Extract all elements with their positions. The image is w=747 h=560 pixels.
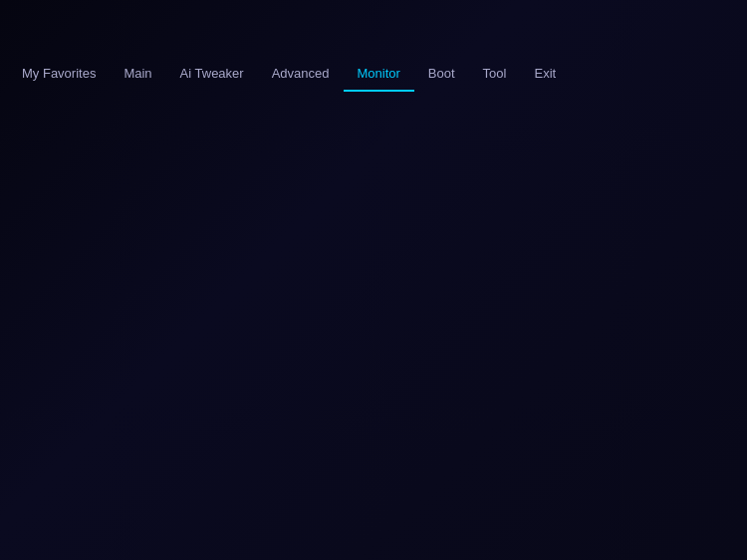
nav-monitor[interactable]: Monitor bbox=[344, 56, 414, 92]
nav-advanced-label: Advanced bbox=[272, 66, 330, 81]
nav-boot[interactable]: Boot bbox=[414, 56, 469, 90]
nav-exit-label: Exit bbox=[534, 66, 556, 81]
nav-monitor-label: Monitor bbox=[358, 66, 400, 81]
nav-favorites-label: My Favorites bbox=[22, 66, 96, 81]
nav-tool-label: Tool bbox=[483, 66, 507, 81]
nav-advanced[interactable]: Advanced bbox=[258, 56, 344, 90]
nav-favorites[interactable]: My Favorites bbox=[8, 56, 110, 90]
nav-boot-label: Boot bbox=[428, 66, 455, 81]
main-container: ⚔ UEFI BIOS Utility – Advanced Mode 01/0… bbox=[0, 0, 747, 560]
nav-main-label: Main bbox=[124, 66, 151, 81]
nav-exit[interactable]: Exit bbox=[520, 56, 570, 90]
nav-main[interactable]: Main bbox=[110, 56, 165, 90]
nav-ai-tweaker-label: Ai Tweaker bbox=[180, 66, 244, 81]
nav-tool[interactable]: Tool bbox=[469, 56, 521, 90]
nav-ai-tweaker[interactable]: Ai Tweaker bbox=[166, 56, 258, 90]
